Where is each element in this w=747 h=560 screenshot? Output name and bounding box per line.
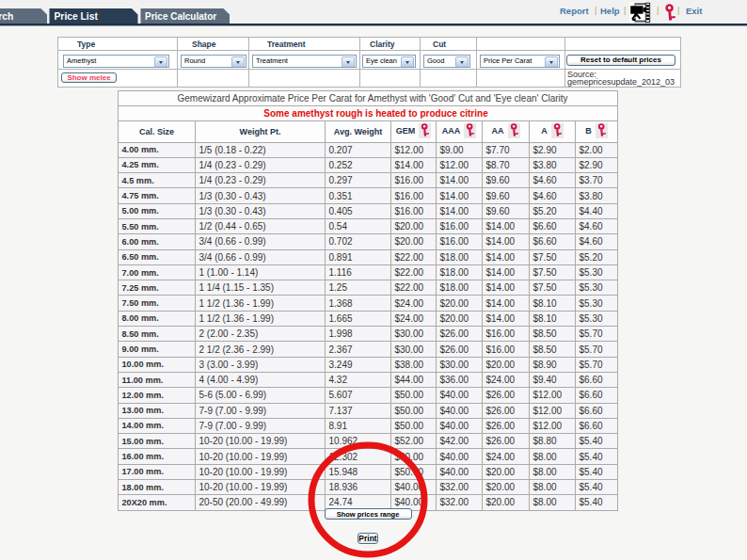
svg-text:Price Calculator: Price Calculator xyxy=(145,11,216,22)
svg-text:Search: Search xyxy=(0,11,13,22)
svg-text:Price List: Price List xyxy=(55,11,99,22)
